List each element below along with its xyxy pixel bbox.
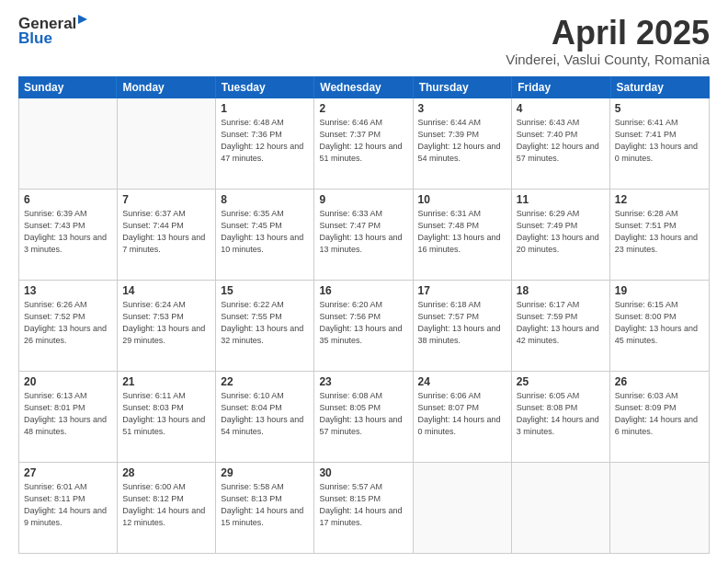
day-number: 20 — [24, 375, 112, 388]
calendar-cell: 24Sunrise: 6:06 AM Sunset: 8:07 PM Dayli… — [414, 372, 512, 462]
day-number: 27 — [24, 466, 112, 479]
day-detail: Sunrise: 6:13 AM Sunset: 8:01 PM Dayligh… — [24, 390, 112, 438]
day-number: 6 — [24, 193, 112, 206]
day-detail: Sunrise: 6:35 AM Sunset: 7:45 PM Dayligh… — [221, 208, 309, 256]
calendar-cell: 19Sunrise: 6:15 AM Sunset: 8:00 PM Dayli… — [610, 281, 709, 371]
day-detail: Sunrise: 6:37 AM Sunset: 7:44 PM Dayligh… — [122, 208, 210, 256]
calendar-cell: 1Sunrise: 6:48 AM Sunset: 7:36 PM Daylig… — [216, 98, 314, 189]
day-number: 15 — [221, 284, 309, 297]
logo: General Blue — [18, 15, 87, 48]
calendar-cell — [19, 98, 118, 189]
calendar-cell: 17Sunrise: 6:18 AM Sunset: 7:57 PM Dayli… — [414, 281, 512, 371]
calendar-cell: 14Sunrise: 6:24 AM Sunset: 7:53 PM Dayli… — [118, 281, 216, 371]
day-detail: Sunrise: 6:29 AM Sunset: 7:49 PM Dayligh… — [517, 208, 605, 256]
day-number: 1 — [221, 102, 309, 115]
calendar-cell — [414, 463, 512, 553]
day-detail: Sunrise: 5:58 AM Sunset: 8:13 PM Dayligh… — [221, 481, 309, 529]
calendar-cell: 21Sunrise: 6:11 AM Sunset: 8:03 PM Dayli… — [118, 372, 216, 462]
calendar-cell: 20Sunrise: 6:13 AM Sunset: 8:01 PM Dayli… — [19, 372, 118, 462]
header-wednesday: Wednesday — [314, 76, 413, 98]
day-number: 26 — [615, 375, 704, 388]
day-detail: Sunrise: 6:31 AM Sunset: 7:48 PM Dayligh… — [418, 208, 506, 256]
page: General Blue April 2025 Vinderei, Vaslui… — [0, 0, 728, 563]
day-number: 16 — [319, 284, 407, 297]
day-detail: Sunrise: 6:03 AM Sunset: 8:09 PM Dayligh… — [615, 390, 704, 438]
calendar-cell: 7Sunrise: 6:37 AM Sunset: 7:44 PM Daylig… — [118, 190, 216, 280]
day-number: 13 — [24, 284, 112, 297]
day-number: 9 — [319, 193, 407, 206]
calendar-cell: 23Sunrise: 6:08 AM Sunset: 8:05 PM Dayli… — [314, 372, 413, 462]
day-number: 14 — [122, 284, 210, 297]
calendar-cell: 6Sunrise: 6:39 AM Sunset: 7:43 PM Daylig… — [19, 190, 118, 280]
calendar-cell: 11Sunrise: 6:29 AM Sunset: 7:49 PM Dayli… — [512, 190, 610, 280]
day-number: 3 — [418, 102, 506, 115]
day-detail: Sunrise: 6:48 AM Sunset: 7:36 PM Dayligh… — [221, 117, 309, 165]
day-detail: Sunrise: 6:17 AM Sunset: 7:59 PM Dayligh… — [517, 299, 605, 347]
title-block: April 2025 Vinderei, Vaslui County, Roma… — [506, 15, 710, 67]
calendar-cell: 22Sunrise: 6:10 AM Sunset: 8:04 PM Dayli… — [216, 372, 314, 462]
day-detail: Sunrise: 6:33 AM Sunset: 7:47 PM Dayligh… — [319, 208, 407, 256]
day-number: 8 — [221, 193, 309, 206]
day-detail: Sunrise: 6:41 AM Sunset: 7:41 PM Dayligh… — [615, 117, 704, 165]
day-number: 28 — [122, 466, 210, 479]
day-detail: Sunrise: 6:00 AM Sunset: 8:12 PM Dayligh… — [122, 481, 210, 529]
calendar-cell: 9Sunrise: 6:33 AM Sunset: 7:47 PM Daylig… — [314, 190, 413, 280]
calendar-cell: 5Sunrise: 6:41 AM Sunset: 7:41 PM Daylig… — [610, 98, 709, 189]
header-thursday: Thursday — [414, 76, 512, 98]
day-detail: Sunrise: 6:15 AM Sunset: 8:00 PM Dayligh… — [615, 299, 704, 347]
header-sunday: Sunday — [18, 76, 117, 98]
header-monday: Monday — [117, 76, 215, 98]
day-detail: Sunrise: 6:24 AM Sunset: 7:53 PM Dayligh… — [122, 299, 210, 347]
day-number: 19 — [615, 284, 704, 297]
header-saturday: Saturday — [611, 76, 710, 98]
calendar-cell — [512, 463, 610, 553]
day-detail: Sunrise: 6:05 AM Sunset: 8:08 PM Dayligh… — [517, 390, 605, 438]
day-number: 25 — [517, 375, 605, 388]
day-number: 11 — [517, 193, 605, 206]
day-number: 5 — [615, 102, 704, 115]
calendar-cell: 10Sunrise: 6:31 AM Sunset: 7:48 PM Dayli… — [414, 190, 512, 280]
day-detail: Sunrise: 6:43 AM Sunset: 7:40 PM Dayligh… — [517, 117, 605, 165]
header: General Blue April 2025 Vinderei, Vaslui… — [18, 15, 710, 67]
calendar-cell: 12Sunrise: 6:28 AM Sunset: 7:51 PM Dayli… — [610, 190, 709, 280]
calendar-week-2: 6Sunrise: 6:39 AM Sunset: 7:43 PM Daylig… — [19, 190, 709, 281]
calendar-cell: 28Sunrise: 6:00 AM Sunset: 8:12 PM Dayli… — [118, 463, 216, 553]
day-detail: Sunrise: 6:26 AM Sunset: 7:52 PM Dayligh… — [24, 299, 112, 347]
day-detail: Sunrise: 6:11 AM Sunset: 8:03 PM Dayligh… — [122, 390, 210, 438]
location-title: Vinderei, Vaslui County, Romania — [506, 52, 710, 67]
calendar-cell: 15Sunrise: 6:22 AM Sunset: 7:55 PM Dayli… — [216, 281, 314, 371]
calendar-week-1: 1Sunrise: 6:48 AM Sunset: 7:36 PM Daylig… — [19, 98, 709, 190]
calendar-week-3: 13Sunrise: 6:26 AM Sunset: 7:52 PM Dayli… — [19, 281, 709, 372]
calendar-header: Sunday Monday Tuesday Wednesday Thursday… — [18, 76, 710, 98]
day-number: 17 — [418, 284, 506, 297]
day-number: 4 — [517, 102, 605, 115]
calendar-cell: 26Sunrise: 6:03 AM Sunset: 8:09 PM Dayli… — [610, 372, 709, 462]
day-detail: Sunrise: 6:10 AM Sunset: 8:04 PM Dayligh… — [221, 390, 309, 438]
day-number: 10 — [418, 193, 506, 206]
calendar: Sunday Monday Tuesday Wednesday Thursday… — [18, 76, 710, 554]
day-number: 22 — [221, 375, 309, 388]
day-number: 18 — [517, 284, 605, 297]
calendar-cell: 27Sunrise: 6:01 AM Sunset: 8:11 PM Dayli… — [19, 463, 118, 553]
day-number: 2 — [319, 102, 407, 115]
calendar-cell: 25Sunrise: 6:05 AM Sunset: 8:08 PM Dayli… — [512, 372, 610, 462]
calendar-cell: 4Sunrise: 6:43 AM Sunset: 7:40 PM Daylig… — [512, 98, 610, 189]
day-number: 30 — [319, 466, 407, 479]
calendar-cell: 8Sunrise: 6:35 AM Sunset: 7:45 PM Daylig… — [216, 190, 314, 280]
day-detail: Sunrise: 5:57 AM Sunset: 8:15 PM Dayligh… — [319, 481, 407, 529]
calendar-cell: 29Sunrise: 5:58 AM Sunset: 8:13 PM Dayli… — [216, 463, 314, 553]
header-friday: Friday — [512, 76, 610, 98]
day-detail: Sunrise: 6:28 AM Sunset: 7:51 PM Dayligh… — [615, 208, 704, 256]
month-title: April 2025 — [506, 15, 710, 52]
calendar-cell: 2Sunrise: 6:46 AM Sunset: 7:37 PM Daylig… — [314, 98, 413, 189]
header-tuesday: Tuesday — [216, 76, 314, 98]
calendar-cell: 13Sunrise: 6:26 AM Sunset: 7:52 PM Dayli… — [19, 281, 118, 371]
calendar-cell: 16Sunrise: 6:20 AM Sunset: 7:56 PM Dayli… — [314, 281, 413, 371]
calendar-cell — [610, 463, 709, 553]
day-number: 12 — [615, 193, 704, 206]
calendar-cell — [118, 98, 216, 189]
day-detail: Sunrise: 6:39 AM Sunset: 7:43 PM Dayligh… — [24, 208, 112, 256]
day-detail: Sunrise: 6:08 AM Sunset: 8:05 PM Dayligh… — [319, 390, 407, 438]
calendar-cell: 18Sunrise: 6:17 AM Sunset: 7:59 PM Dayli… — [512, 281, 610, 371]
day-detail: Sunrise: 6:22 AM Sunset: 7:55 PM Dayligh… — [221, 299, 309, 347]
